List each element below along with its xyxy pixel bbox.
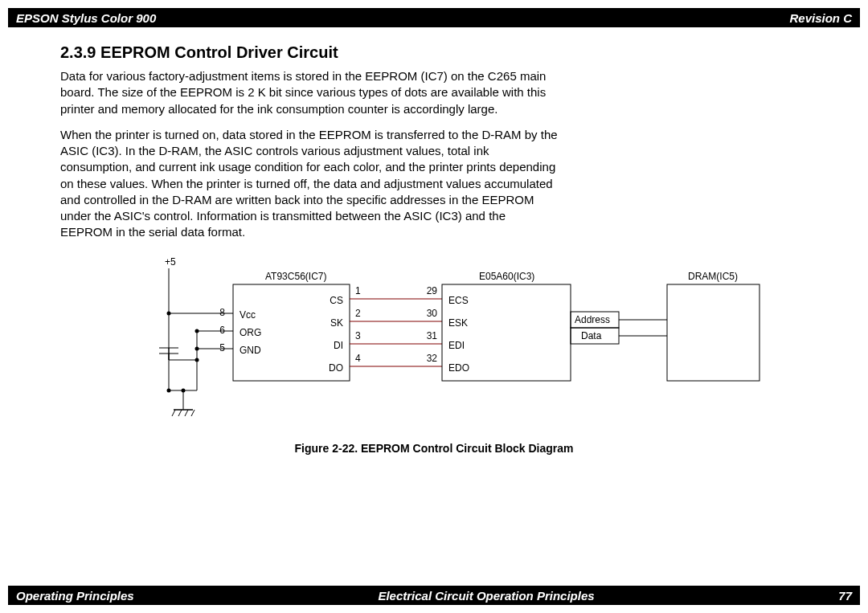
pin-29: 29 xyxy=(427,285,438,296)
lbl-vcc: Vcc xyxy=(240,309,256,321)
paragraph-1: Data for various factory-adjustment item… xyxy=(60,68,559,117)
svg-rect-34 xyxy=(667,284,760,381)
lbl-di: DI xyxy=(334,340,343,351)
label-ic7: AT93C56(IC7) xyxy=(265,271,326,282)
pin-32: 32 xyxy=(427,353,438,364)
pin-2: 2 xyxy=(355,308,361,319)
section-title: 2.3.9 EEPROM Control Driver Circuit xyxy=(60,43,808,62)
svg-line-22 xyxy=(185,410,188,416)
lbl-gnd: GND xyxy=(240,345,261,356)
pin-30: 30 xyxy=(427,308,438,319)
lbl-edo: EDO xyxy=(448,362,469,374)
lbl-address: Address xyxy=(575,314,610,325)
label-ic3: E05A60(IC3) xyxy=(479,271,534,282)
svg-point-10 xyxy=(195,358,199,362)
block-diagram: +5 xyxy=(104,255,764,455)
lbl-cs: CS xyxy=(330,295,343,306)
footer-left: Operating Principles xyxy=(16,589,134,603)
svg-line-21 xyxy=(178,410,182,416)
svg-line-20 xyxy=(172,410,175,416)
page-header: EPSON Stylus Color 900 Revision C xyxy=(8,8,860,27)
diagram-svg: +5 xyxy=(104,255,764,432)
lbl-esk: ESK xyxy=(448,317,468,329)
pin-8: 8 xyxy=(219,307,225,318)
page-content: 2.3.9 EEPROM Control Driver Circuit Data… xyxy=(0,27,868,455)
lbl-ecs: ECS xyxy=(448,295,469,306)
label-plus5: +5 xyxy=(165,256,176,268)
pin-4: 4 xyxy=(355,353,361,364)
page-footer: Operating Principles Electrical Circuit … xyxy=(8,586,860,605)
svg-point-18 xyxy=(182,388,186,392)
lbl-do: DO xyxy=(329,362,343,374)
pin-31: 31 xyxy=(427,330,438,341)
footer-right: 77 xyxy=(838,589,852,603)
svg-point-8 xyxy=(195,329,199,333)
header-left: EPSON Stylus Color 900 xyxy=(16,11,156,25)
pin-3: 3 xyxy=(355,330,361,341)
pin-5: 5 xyxy=(219,342,225,353)
lbl-org: ORG xyxy=(240,327,261,338)
paragraph-2: When the printer is turned on, data stor… xyxy=(60,127,559,241)
svg-line-23 xyxy=(191,410,194,416)
lbl-sk: SK xyxy=(330,317,343,329)
svg-point-16 xyxy=(167,388,171,392)
lbl-edi: EDI xyxy=(448,340,465,351)
pin-6: 6 xyxy=(219,325,225,336)
figure-caption: Figure 2-22. EEPROM Control Circuit Bloc… xyxy=(104,442,764,455)
svg-point-9 xyxy=(195,346,199,350)
lbl-data: Data xyxy=(581,330,602,341)
pin-1: 1 xyxy=(355,285,361,296)
header-right: Revision C xyxy=(789,11,852,25)
footer-center: Electrical Circuit Operation Principles xyxy=(134,589,839,603)
label-ic5: DRAM(IC5) xyxy=(688,271,738,282)
